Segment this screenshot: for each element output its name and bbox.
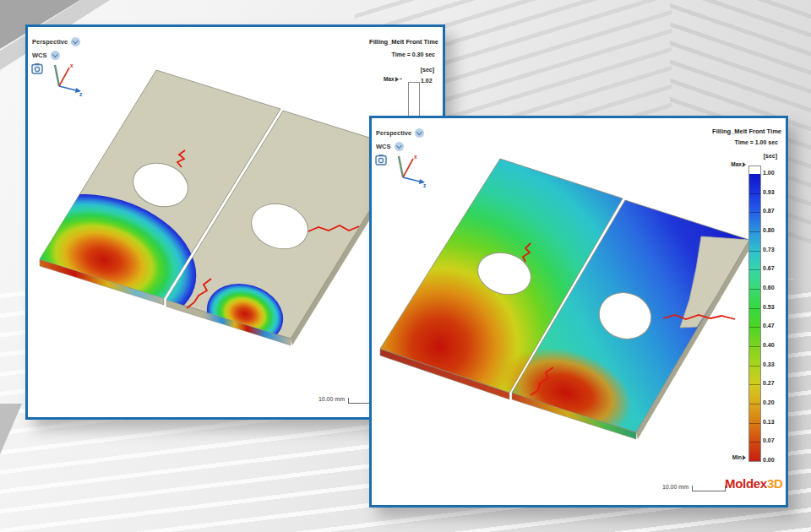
legend-max-label: Max — [384, 76, 402, 82]
3d-viewport-scene[interactable] — [372, 118, 786, 505]
scale-bar — [692, 486, 726, 491]
legend-tick-mark — [749, 327, 760, 328]
logo-suffix-text: 3D — [767, 476, 783, 491]
moldex3d-logo: Moldex3D — [725, 476, 782, 491]
coordinate-system-label: WCS — [32, 52, 47, 59]
axis-x-label: x — [414, 154, 417, 160]
axis-triad-icon: x z — [390, 153, 429, 188]
legend-tick-mark — [749, 366, 760, 366]
legend-tick-label: 0.20 — [763, 399, 775, 406]
logo-brand-text: Moldex — [725, 476, 767, 491]
chevron-down-icon[interactable] — [71, 37, 80, 46]
result-title: Filling_Melt Front Time — [712, 128, 781, 135]
legend-tick-mark — [749, 251, 760, 252]
unit-label: [sec] — [421, 67, 434, 73]
legend-tick-label: 0.33 — [763, 361, 775, 368]
legend-tick-label: 1.00 — [763, 170, 775, 176]
result-title: Filling_Melt Front Time — [369, 38, 438, 46]
min-arrow-icon — [743, 455, 746, 460]
legend-tick-label: 0.40 — [763, 342, 775, 349]
axis-z-label: z — [79, 91, 83, 97]
axis-triad-icon: x z — [46, 62, 85, 97]
background-bottom-wedge — [0, 404, 25, 458]
legend-max-label: Max — [725, 161, 746, 167]
legend-tick-mark — [749, 231, 760, 232]
axis-z-label: z — [423, 182, 427, 188]
legend-tick-label: 0.07 — [763, 437, 775, 444]
legend-tick-label: 0.53 — [763, 304, 775, 311]
legend-tick-label: 0.87 — [763, 208, 775, 214]
legend-tick-mark — [749, 442, 760, 442]
view-mode-label: Perspective — [376, 129, 411, 137]
camera-icon[interactable] — [375, 154, 387, 166]
legend-tick-label: 0.93 — [763, 189, 775, 196]
chevron-down-icon[interactable] — [51, 51, 60, 60]
legend-colorbar-gradient — [749, 174, 760, 461]
scale-bar-label: 10.00 mm — [625, 484, 689, 490]
max-arrow-icon — [743, 162, 746, 167]
legend-tick-mark — [749, 193, 760, 194]
legend-tick-label: 0.00 — [763, 457, 775, 464]
legend-max-value: 1.02 — [421, 78, 433, 84]
coordinate-system-dropdown[interactable]: WCS — [376, 142, 404, 151]
chevron-down-icon[interactable] — [395, 142, 404, 151]
legend-tick-label: 0.13 — [763, 419, 775, 426]
legend-min-label: Min — [716, 454, 746, 460]
legend-tick-mark — [749, 289, 760, 290]
legend-tick-mark — [749, 346, 760, 347]
legend-tick-mark — [749, 404, 760, 404]
unit-label: [sec] — [764, 153, 777, 159]
legend-tick-label: 0.60 — [763, 285, 775, 291]
legend-tick-label: 0.80 — [763, 227, 775, 234]
legend-tick-mark — [749, 423, 760, 424]
coordinate-system-dropdown[interactable]: WCS — [32, 51, 60, 60]
view-mode-dropdown[interactable]: Perspective — [376, 128, 424, 138]
max-arrow-icon — [395, 77, 399, 82]
viewport-window-front[interactable]: Perspective WCS x z Filling_Melt Front T… — [369, 116, 788, 508]
legend-tick-label: 0.67 — [763, 265, 775, 272]
legend-tick-mark — [749, 384, 760, 385]
legend-tick-mark — [749, 308, 760, 309]
legend-tick-label: 0.47 — [763, 323, 775, 329]
axis-x-label: x — [70, 62, 73, 68]
view-mode-label: Perspective — [32, 38, 68, 46]
chevron-down-icon[interactable] — [415, 128, 424, 138]
time-label: Time = 0.30 sec — [392, 52, 435, 57]
view-mode-dropdown[interactable]: Perspective — [32, 37, 80, 46]
legend-tick-label: 0.73 — [763, 247, 775, 253]
time-label: Time = 1.00 sec — [735, 139, 778, 145]
scale-bar-label: 10.00 mm — [298, 396, 345, 402]
legend-tick-label: 0.27 — [763, 380, 775, 387]
legend-tick-mark — [749, 212, 760, 213]
camera-icon[interactable] — [31, 62, 43, 74]
coordinate-system-label: WCS — [376, 143, 391, 150]
legend-tick-mark — [749, 269, 760, 270]
legend-colorbar — [748, 166, 761, 462]
legend-colorbar-cap — [749, 166, 760, 174]
